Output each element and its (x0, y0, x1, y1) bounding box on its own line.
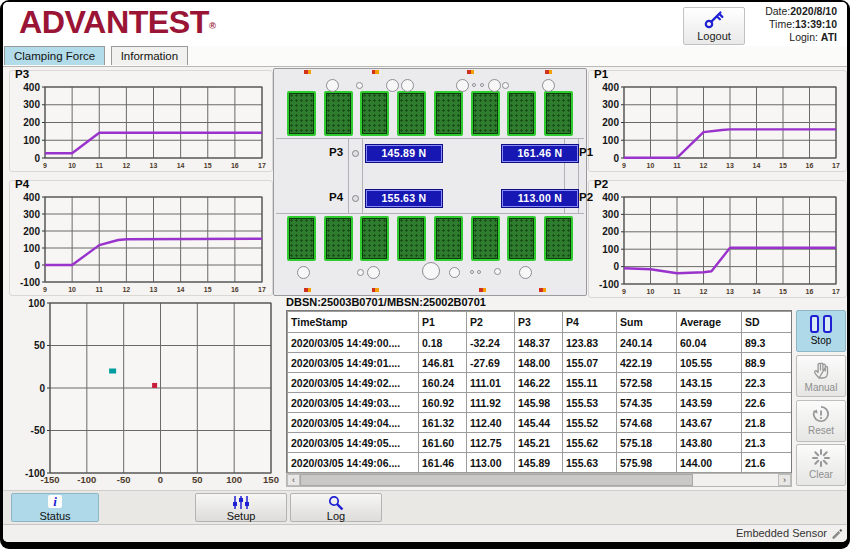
table-row[interactable]: 2020/03/05 14:49:02....160.24111.01146.2… (288, 373, 793, 393)
table-cell: 21.3 (742, 433, 793, 453)
hole-icon (297, 266, 310, 279)
table-cell: 155.11 (563, 373, 617, 393)
setup-button[interactable]: Setup (195, 493, 287, 522)
status-button[interactable]: i Status (11, 493, 99, 522)
table-row[interactable]: 2020/03/05 14:49:04....161.32112.40145.4… (288, 413, 793, 433)
svg-text:16: 16 (806, 288, 814, 295)
hole-icon (470, 270, 474, 274)
hole-icon (502, 82, 509, 89)
manual-button[interactable]: Manual (796, 355, 846, 397)
chart-title-p1: P1 (592, 68, 610, 80)
scroll-left-button[interactable]: ‹ (287, 474, 300, 486)
hole-icon (480, 83, 484, 87)
table-cell: 148.37 (515, 333, 563, 353)
table-cell: 2020/03/05 14:49:04.... (288, 413, 419, 433)
table-cell: 111.01 (467, 373, 515, 393)
tab-clamping-force[interactable]: Clamping Force (4, 46, 105, 65)
bottom-toolbar: i Status Setup Log (3, 490, 847, 525)
line-chart-p4: 91011121314151617-1000100200300400 (11, 192, 271, 295)
magnifier-icon (327, 495, 345, 511)
table-cell: 143.80 (677, 433, 742, 453)
svg-text:11: 11 (673, 162, 681, 169)
svg-text:10: 10 (68, 286, 76, 293)
chart-panel-p3: P3 910111213141516170100200300400 (9, 70, 273, 172)
marker-icon (479, 288, 486, 292)
table-row[interactable]: 2020/03/05 14:49:00....0.18-32.24148.371… (288, 333, 793, 353)
device-schematic: P3 145.89 N 161.46 N P1 P4 155.63 N 113.… (273, 68, 587, 296)
reset-button[interactable]: Reset (796, 400, 846, 442)
table-cell: 161.60 (419, 433, 467, 453)
svg-text:11: 11 (96, 162, 104, 169)
measurement-table: TimeStampP1P2P3P4SumAverageSD 2020/03/05… (287, 311, 792, 473)
svg-text:-100: -100 (20, 277, 40, 288)
embedded-sensor-text: Embedded Sensor (736, 527, 827, 539)
screw-icon (352, 195, 359, 202)
log-button[interactable]: Log (290, 493, 382, 522)
table-cell: -32.24 (467, 333, 515, 353)
scrollbar-thumb[interactable] (300, 474, 693, 486)
screw-icon (352, 150, 359, 157)
table-row[interactable]: 2020/03/05 14:49:03....160.92111.92145.9… (288, 393, 793, 413)
table-cell: 574.68 (617, 413, 677, 433)
login-label: Login: (789, 31, 818, 43)
table-row[interactable]: 2020/03/05 14:49:01....146.81-27.69148.0… (288, 353, 793, 373)
svg-text:-100: -100 (77, 474, 96, 485)
chart-panel-p1: P1 910111213141516170100200300400 (588, 70, 847, 172)
svg-text:0: 0 (34, 153, 40, 164)
stop-button[interactable]: Stop (796, 310, 846, 352)
table-cell: 148.00 (515, 353, 563, 373)
svg-text:15: 15 (204, 162, 212, 169)
svg-text:-50: -50 (117, 474, 131, 485)
svg-text:300: 300 (602, 209, 619, 220)
hole-icon (357, 269, 364, 276)
line-chart-p2: 91011121314151617-1000100200300400 (590, 192, 845, 297)
hole-icon (488, 79, 501, 92)
device-socket (324, 91, 353, 136)
column-header: P3 (515, 312, 563, 333)
marker-icon (304, 288, 311, 292)
column-header: P1 (419, 312, 467, 333)
measurement-table-block: DBSN:25003B0701/MBSN:25002B0701 TimeStam… (286, 296, 794, 489)
scatter-chart: -150-100-50050100150-100-50050100 (12, 298, 280, 486)
hand-icon (810, 359, 832, 381)
table-cell: 60.04 (677, 333, 742, 353)
tab-information[interactable]: Information (111, 46, 189, 65)
table-cell: 22.6 (742, 393, 793, 413)
table-row[interactable]: 2020/03/05 14:49:06....161.46113.00145.8… (288, 453, 793, 473)
logout-button[interactable]: Logout (683, 7, 745, 45)
hole-icon (494, 268, 501, 275)
table-cell: 143.59 (677, 393, 742, 413)
force-value-p2: 113.00 N (502, 190, 578, 207)
marker-icon (372, 288, 379, 292)
horizontal-scrollbar[interactable]: ‹ › (286, 473, 792, 487)
chart-panel-p4: P4 91011121314151617-1000100200300400 (9, 180, 273, 296)
table-row[interactable]: 2020/03/05 14:49:05....161.60112.75145.2… (288, 433, 793, 453)
svg-text:17: 17 (258, 162, 266, 169)
sliders-icon (231, 495, 251, 510)
svg-text:9: 9 (622, 288, 626, 295)
time-value: 13:39:10 (795, 18, 837, 30)
registered-mark: ® (209, 21, 215, 31)
svg-text:200: 200 (23, 226, 40, 237)
scroll-right-button[interactable]: › (778, 474, 791, 486)
hole-icon (422, 262, 440, 280)
svg-text:14: 14 (177, 162, 185, 169)
svg-text:100: 100 (602, 244, 619, 255)
info-icon: i (48, 495, 62, 508)
manual-label: Manual (797, 382, 845, 393)
hole-icon (456, 79, 469, 92)
hole-icon (326, 79, 339, 92)
force-value-p4: 155.63 N (366, 190, 442, 207)
svg-text:400: 400 (602, 82, 619, 93)
svg-text:400: 400 (602, 192, 619, 203)
svg-text:9: 9 (622, 162, 626, 169)
table-cell: 422.19 (617, 353, 677, 373)
table-cell: 89.3 (742, 333, 793, 353)
svg-text:16: 16 (231, 286, 239, 293)
svg-text:17: 17 (258, 286, 266, 293)
svg-text:200: 200 (23, 117, 40, 128)
table-cell: 240.14 (617, 333, 677, 353)
table-viewport: TimeStampP1P2P3P4SumAverageSD 2020/03/05… (286, 310, 792, 474)
clear-button[interactable]: Clear (796, 444, 846, 486)
svg-text:150: 150 (263, 474, 279, 485)
